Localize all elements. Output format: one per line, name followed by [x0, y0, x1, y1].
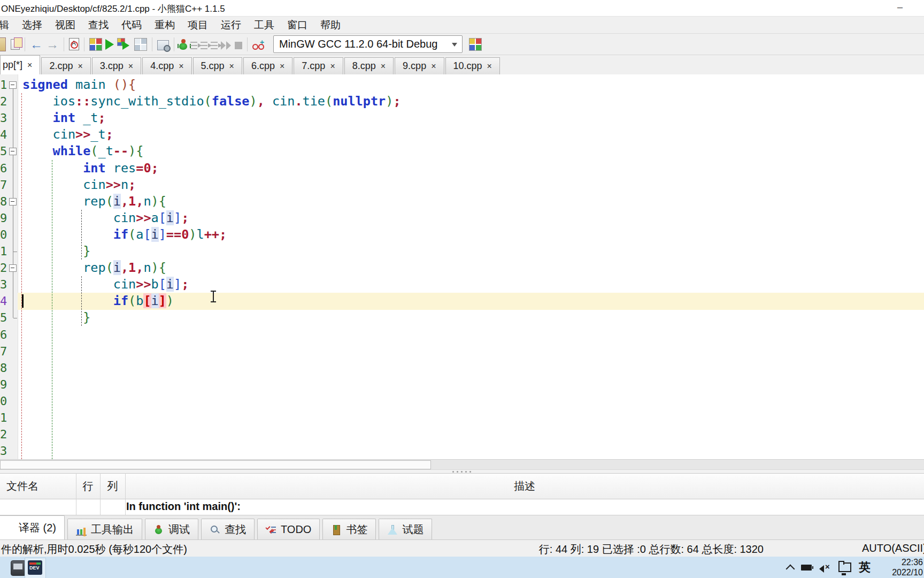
taskbar-active-app[interactable] — [25, 558, 46, 578]
code-line-42: 2 rep(i,1,n){ — [0, 260, 924, 277]
tab-close-icon[interactable]: × — [229, 62, 234, 71]
line-number: 8 — [0, 360, 7, 376]
bottom-tab-compiler[interactable]: 译器 (2) — [0, 515, 65, 540]
toolbar-separator — [247, 37, 248, 51]
column-header-line[interactable]: 行 — [76, 474, 100, 499]
fold-toggle-icon[interactable] — [9, 81, 17, 89]
editor-tab-7.cpp[interactable]: 7.cpp× — [294, 57, 343, 74]
menu-item-选择[interactable]: 选择 — [16, 17, 49, 34]
tab-close-icon[interactable]: × — [128, 62, 133, 71]
menu-item-项目[interactable]: 项目 — [181, 17, 214, 34]
menu-item-帮助[interactable]: 帮助 — [314, 17, 347, 34]
tab-close-icon[interactable]: × — [487, 62, 492, 71]
status-encoding[interactable]: AUTO(ASCII) — [862, 542, 924, 554]
ime-indicator[interactable]: 英 — [859, 559, 871, 575]
tab-close-icon[interactable]: × — [280, 62, 284, 71]
line-number: 6 — [0, 326, 7, 343]
editor-tab-9.cpp[interactable]: 9.cpp× — [395, 57, 444, 74]
tab-close-icon[interactable]: × — [27, 60, 32, 70]
code-line-53: 3 — [0, 443, 924, 459]
fold-toggle-icon[interactable] — [9, 198, 17, 206]
menu-item-代码[interactable]: 代码 — [115, 17, 148, 34]
fold-toggle-icon[interactable] — [9, 264, 17, 272]
menu-item-clipped[interactable]: 辑 — [0, 17, 16, 34]
add-watch-icon[interactable]: + — [252, 42, 264, 50]
volume-muted-icon[interactable] — [819, 564, 831, 571]
menu-item-工具[interactable]: 工具 — [248, 17, 281, 34]
continue-icon[interactable] — [221, 41, 232, 50]
taskbar-app-icon[interactable] — [11, 560, 26, 576]
network-icon[interactable] — [838, 562, 851, 572]
compiler-options-icon[interactable] — [469, 38, 482, 51]
tab-close-icon[interactable]: × — [330, 62, 335, 71]
rebuild-icon[interactable] — [134, 38, 147, 51]
editor-tab-10.cpp[interactable]: 10.cpp× — [445, 57, 500, 74]
token — [68, 77, 75, 92]
compile-icon[interactable] — [89, 38, 102, 51]
token: 0 — [181, 227, 189, 242]
highlighted-occurrence: i — [166, 210, 174, 225]
tab-close-icon[interactable]: × — [381, 62, 386, 71]
fold-toggle-icon[interactable] — [9, 148, 17, 155]
editor-tab-6.cpp[interactable]: 6.cpp× — [243, 57, 292, 74]
editor-tab-pp[interactable]: pp[*]× — [0, 55, 40, 75]
tab-close-icon[interactable]: × — [431, 62, 436, 71]
compiler-message-row[interactable]: In function 'int main()': — [126, 498, 241, 515]
menu-item-窗口[interactable]: 窗口 — [281, 17, 314, 34]
bottom-tab-bar-chart[interactable]: 工具输出 — [67, 519, 142, 540]
compile-run-icon[interactable] — [117, 38, 131, 51]
tab-close-icon[interactable]: × — [179, 62, 183, 71]
run-icon[interactable] — [105, 39, 114, 50]
menu-item-查找[interactable]: 查找 — [82, 17, 115, 34]
forward-icon[interactable]: → — [46, 38, 59, 51]
taskbar-clock[interactable]: 22:36 2022/10 — [874, 557, 924, 577]
bottom-tab-magnifier[interactable]: 查找 — [201, 519, 255, 540]
bottom-tab-flask[interactable]: 试题 — [379, 519, 432, 540]
code-line-45: 5 } — [0, 309, 924, 326]
find-in-files-icon[interactable] — [69, 38, 79, 50]
back-icon[interactable]: ← — [30, 38, 43, 51]
debug-icon[interactable] — [179, 43, 187, 50]
menu-item-运行[interactable]: 运行 — [214, 17, 248, 34]
token — [22, 260, 83, 275]
stop-icon[interactable] — [235, 42, 242, 49]
editor-hscrollbar[interactable] — [0, 459, 924, 470]
new-file-partial-icon[interactable] — [0, 37, 6, 51]
debug-config-icon[interactable] — [157, 40, 169, 50]
copy-icon[interactable] — [11, 39, 20, 50]
column-header-description[interactable]: 描述 — [125, 474, 924, 499]
token: . — [295, 94, 302, 109]
column-header-column[interactable]: 列 — [100, 474, 125, 499]
editor-tab-5.cpp[interactable]: 5.cpp× — [193, 57, 242, 74]
battery-icon[interactable] — [801, 565, 812, 571]
token: [ — [159, 277, 166, 292]
compiler-set-combobox[interactable]: MinGW GCC 11.2.0 64-bit Debug — [273, 35, 463, 53]
tab-close-icon[interactable]: × — [78, 62, 82, 71]
step-over-icon[interactable] — [190, 42, 197, 49]
hscrollbar-thumb[interactable] — [0, 460, 431, 469]
clock-time: 22:36 — [874, 557, 923, 567]
code-text: cin>>a[i]; — [22, 210, 189, 226]
fold-end-tick — [13, 252, 17, 252]
tray-expand-icon[interactable] — [786, 564, 795, 573]
menu-item-视图[interactable]: 视图 — [49, 17, 82, 34]
toolbar-separator — [64, 37, 64, 51]
token: ( — [128, 293, 136, 308]
step-into-icon[interactable] — [201, 42, 207, 49]
token: ) — [166, 293, 174, 308]
editor-tab-4.cpp[interactable]: 4.cpp× — [142, 57, 191, 74]
editor-tab-3.cpp[interactable]: 3.cpp× — [92, 57, 141, 74]
code-editor[interactable]: 1signed main (){2 ios::sync_with_stdio(f… — [0, 74, 924, 459]
bottom-tab-label: TODO — [281, 523, 311, 536]
plus-glyph: + — [260, 38, 264, 47]
editor-tab-2.cpp[interactable]: 2.cpp× — [41, 57, 90, 74]
editor-tab-8.cpp[interactable]: 8.cpp× — [344, 57, 394, 74]
column-header-filename[interactable]: 文件名 — [6, 474, 38, 499]
bottom-tab-bookmark[interactable]: 书签 — [322, 519, 376, 540]
step-out-icon[interactable] — [211, 42, 218, 49]
minimize-button[interactable]: – — [888, 0, 912, 15]
code-line-33: 3 int _t; — [0, 110, 924, 127]
menu-item-重构[interactable]: 重构 — [148, 17, 181, 34]
bottom-tab-checklist[interactable]: TODO — [257, 519, 320, 540]
bottom-tab-bug[interactable]: 调试 — [145, 519, 198, 540]
